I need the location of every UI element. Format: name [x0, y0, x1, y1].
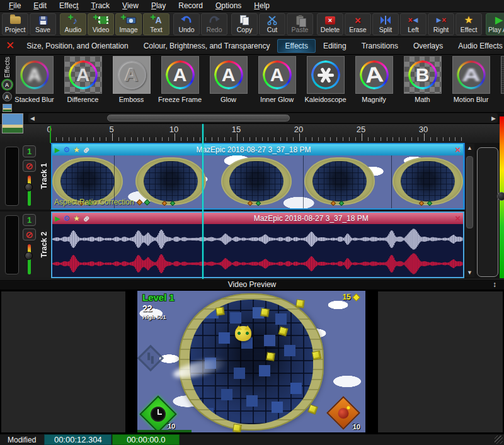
effect-item-math[interactable]: BMath [403, 56, 442, 112]
effect-item-freeze-frame[interactable]: AFreeze Frame [161, 56, 199, 112]
toolbar-button-left[interactable]: ×◀Left [400, 13, 427, 35]
toolbar-button-undo[interactable]: Undo [173, 13, 200, 35]
scrollbar-thumb[interactable] [466, 156, 473, 228]
effect-item-stacked-blur[interactable]: AStacked Blur [15, 56, 54, 112]
aspect-ratio-correction-label: Aspect Ratio Correction [54, 198, 149, 206]
scrollbar-thumb[interactable] [107, 115, 290, 121]
toolbar-button-split[interactable]: Split [372, 13, 399, 35]
sequence-preview-thumbnail[interactable] [2, 113, 23, 133]
clip-play-icon[interactable]: ▶ [55, 147, 60, 154]
erase-icon: × [355, 14, 361, 26]
menu-effect[interactable]: Effect [53, 1, 84, 11]
tab-overlays[interactable]: Overlays [406, 39, 450, 53]
video-clip-close-icon[interactable]: × [455, 144, 461, 155]
track-2-label: Track 2 [40, 232, 49, 257]
timeline-right-controls: ▲ ▼ [465, 143, 504, 279]
effect-item-kaleidoscope[interactable]: Kaleidoscope [306, 56, 345, 112]
effect-item-emboss[interactable]: AEmboss [112, 56, 151, 112]
menu-edit[interactable]: Edit [27, 1, 53, 11]
effect-item-motion-blur[interactable]: AMotion Blur [452, 56, 490, 112]
effect-category-a-button-selected[interactable]: A [3, 80, 12, 89]
effect-item-partial[interactable] [500, 56, 504, 112]
clip-effects-star-icon[interactable]: ★ [73, 215, 80, 222]
toolbar-button-cut[interactable]: Cut [259, 13, 285, 35]
tab-size-position-and-orientation[interactable]: Size, Position, and Orientation [19, 39, 135, 53]
toolbar-button-video[interactable]: +Video [88, 13, 114, 35]
time-powerup-count: 10 [168, 422, 175, 430]
toolbar-button-label: Paste [292, 26, 309, 34]
effect-label: Difference [67, 96, 99, 103]
toolbar-button-audio[interactable]: +♪Audio [60, 13, 86, 35]
track-1-number-button[interactable]: 1 [23, 145, 36, 157]
playhead-cursor[interactable] [202, 124, 203, 279]
audio-clip-close-icon[interactable]: × [455, 213, 461, 223]
clip-link-icon[interactable] [83, 215, 90, 222]
menu-bar: FileEditEffectTrackViewPlayRecordOptions… [0, 0, 504, 11]
toolbar-button-copy[interactable]: Copy [231, 13, 258, 35]
tab-editing[interactable]: Editing [316, 39, 354, 53]
scroll-left-icon[interactable]: ◀ [30, 114, 35, 123]
audio-clip[interactable]: ▶ ⚙ ★ MazEpic 2018-08-27 3_37_18 PM × [51, 211, 464, 278]
toolbar-button-label: Right [433, 26, 449, 34]
clip-play-icon[interactable]: ▶ [55, 215, 60, 222]
track-2-volume-slider[interactable] [28, 244, 31, 274]
effect-item-glow[interactable]: AGlow [209, 56, 248, 112]
resize-updown-icon[interactable]: ↕ [493, 280, 496, 289]
toolbar-button-image[interactable]: +Image [115, 13, 142, 35]
orange-diamond-icon [136, 199, 142, 205]
toolbar-button-paste[interactable]: Paste [287, 13, 313, 35]
clip-effects-star-icon[interactable]: ★ [73, 146, 80, 154]
toolbar-button-erase[interactable]: ×Erase [345, 13, 371, 35]
timeline-horizontal-scrollbar[interactable]: ◀ ▶ [28, 113, 498, 123]
track-1-volume-slider[interactable] [28, 176, 31, 206]
effect-item-magnify[interactable]: AMagnify [355, 56, 393, 112]
track-2-mute-icon[interactable]: ⊘ [23, 228, 36, 240]
menu-play[interactable]: Play [145, 1, 172, 11]
resize-grip[interactable] [495, 436, 503, 444]
media-thumbnail-icon[interactable] [3, 104, 12, 112]
toolbar-button-effect[interactable]: ★Effect [455, 13, 482, 35]
tab-audio-effects[interactable]: Audio Effects [450, 39, 504, 53]
toolbar-button-text[interactable]: +AText [143, 13, 169, 35]
clip-settings-gear-icon[interactable]: ⚙ [63, 146, 70, 154]
tab-colour-brightness-and-transparency[interactable]: Colour, Brightness, and Transparency [136, 39, 278, 53]
clip-link-icon[interactable] [83, 147, 90, 154]
trim-right-icon: ▶× [436, 14, 447, 26]
timeline-ruler[interactable]: 051015202530 [0, 123, 504, 143]
track-1-mute-icon[interactable]: ⊘ [23, 160, 36, 172]
scroll-down-icon[interactable]: ▼ [465, 269, 474, 276]
menu-track[interactable]: Track [85, 1, 117, 11]
effect-item-inner-glow[interactable]: AInner Glow [258, 56, 296, 112]
toolbar-button-label: Play All [488, 26, 504, 34]
timeline-vertical-scrollbar[interactable]: ▲ ▼ [465, 144, 474, 277]
copy-icon [240, 14, 249, 26]
toolbar-button-right[interactable]: ▶×Right [428, 13, 454, 35]
effect-item-difference[interactable]: ADifference [64, 56, 102, 112]
menu-file[interactable]: File [3, 1, 27, 11]
volume-knob[interactable] [25, 252, 33, 260]
tab-transitions[interactable]: Transitions [354, 39, 406, 53]
scroll-right-icon[interactable]: ▶ [491, 114, 496, 123]
effect-label: Stacked Blur [14, 96, 54, 103]
tab-effects[interactable]: Effects [277, 39, 315, 53]
toolbar-button-delete[interactable]: ×Delete [317, 13, 343, 35]
level-slider-knob[interactable] [497, 192, 504, 201]
close-panel-icon[interactable]: ✕ [1, 40, 19, 51]
clip-settings-gear-icon[interactable]: ⚙ [63, 215, 70, 222]
timeline-zoom-panel[interactable] [477, 147, 498, 277]
toolbar-button-redo[interactable]: Redo [201, 13, 227, 35]
menu-view[interactable]: View [116, 1, 145, 11]
video-clip[interactable]: ▶ ⚙ ★ MazEpic 2018-08-27 3_37_18 PM × As… [51, 143, 464, 210]
menu-options[interactable]: Options [209, 1, 248, 11]
scroll-up-icon[interactable]: ▲ [465, 145, 474, 151]
track-2-number-button[interactable]: 1 [23, 214, 36, 226]
ruler-label: 5 [109, 125, 113, 134]
toolbar-button-save[interactable]: Save [30, 13, 56, 35]
toolbar-button-project[interactable]: Project [2, 13, 28, 35]
effect-category-a-button[interactable]: A [3, 92, 12, 101]
menu-help[interactable]: Help [248, 1, 276, 11]
toolbar-button-play-all[interactable]: ▶Play All [486, 13, 504, 35]
menu-record[interactable]: Record [172, 1, 209, 11]
volume-knob[interactable] [25, 183, 33, 191]
timeline-level-slider[interactable] [500, 116, 504, 278]
